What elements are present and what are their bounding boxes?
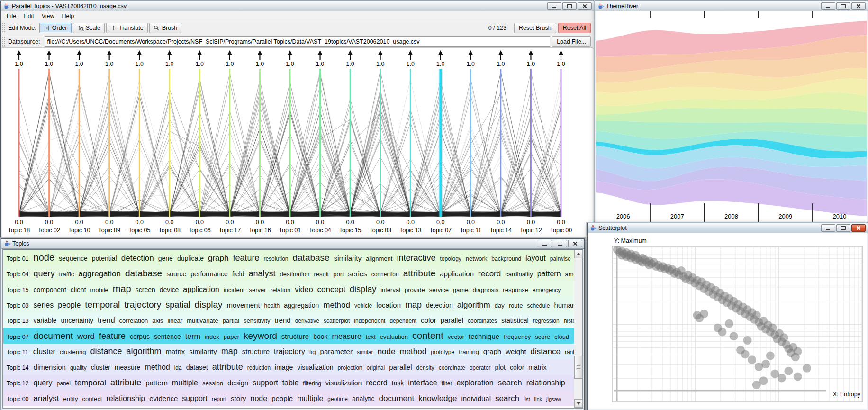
topic-word: resolution	[263, 255, 288, 262]
axis-topic-name: Topic 08	[158, 227, 181, 234]
axis-max-label: 1.0	[527, 61, 535, 67]
axis-up-arrow-icon	[258, 50, 262, 55]
themeriver-titlebar[interactable]: ThemeRiver	[595, 1, 868, 11]
topic-word: interval	[380, 286, 400, 293]
pc-axis-topic-18[interactable]: 1.00.0Topic 18	[8, 50, 30, 234]
topic-word: game	[453, 286, 469, 293]
topic-row-topic-13[interactable]: Topic 13variableuncertaintytrendcorrelat…	[3, 312, 574, 328]
maximize-icon[interactable]	[836, 224, 850, 232]
topic-row-topic-07[interactable]: Topic 07documentwordfeaturecorpussentenc…	[3, 328, 574, 344]
topic-row-topic-00[interactable]: Topic 00analystentitycontextrelationship…	[3, 391, 574, 406]
scroll-up-icon[interactable]	[574, 250, 583, 258]
topic-word: content	[412, 330, 443, 341]
topic-word: prototype	[431, 349, 454, 355]
edit-mode-label: Edit Mode:	[8, 25, 36, 31]
parallel-titlebar[interactable]: Parallel Topics - VAST20062010_usage.csv	[1, 1, 594, 11]
topic-word: image	[275, 364, 293, 371]
topic-word: search	[498, 378, 522, 387]
topic-word: map	[405, 300, 422, 310]
axis-max-label: 1.0	[467, 61, 475, 67]
topic-word: algorithm	[457, 301, 490, 310]
close-icon[interactable]	[851, 224, 866, 232]
topic-word: algorithm	[126, 346, 161, 356]
translate-mode-button[interactable]: Translate	[106, 23, 148, 33]
minimize-icon[interactable]	[538, 240, 552, 247]
topic-row-topic-04[interactable]: Topic 04querytrafficaggregationdatabases…	[3, 265, 574, 281]
reset-brush-button[interactable]: Reset Brush	[514, 23, 556, 33]
pc-axis-topic-06[interactable]: 1.00.0Topic 06	[189, 50, 211, 234]
topic-row-topic-03[interactable]: Topic 03seriespeopletemporaltrajectorysp…	[3, 297, 574, 312]
topics-titlebar[interactable]: Topics	[1, 239, 584, 249]
minimize-icon[interactable]	[547, 2, 561, 10]
topic-word: location	[376, 301, 401, 309]
close-icon[interactable]	[851, 2, 866, 10]
pc-axis-topic-07[interactable]: 1.00.0Topic 07	[429, 50, 452, 234]
axis-topic-name: Topic 18	[8, 227, 30, 234]
datasource-input[interactable]	[45, 36, 550, 47]
minimize-icon[interactable]	[821, 2, 835, 10]
topic-word: individual	[461, 394, 491, 402]
minimize-icon[interactable]	[821, 224, 835, 232]
pc-axis-topic-00[interactable]: 1.00.0Topic 00	[550, 50, 572, 234]
brush-mode-button[interactable]: Brush	[149, 23, 182, 33]
topic-word: query	[34, 379, 53, 387]
scale-mode-button[interactable]: Scale	[73, 23, 105, 33]
topic-word: axis	[152, 317, 163, 324]
axis-topic-name: Topic 10	[68, 227, 90, 234]
toolbar-grip[interactable]	[2, 23, 5, 33]
axis-max-label: 1.0	[45, 61, 53, 67]
parallel-coordinates-plot[interactable]: 1.00.0Topic 181.00.0Topic 021.00.0Topic …	[2, 47, 593, 239]
close-icon[interactable]	[568, 240, 582, 247]
topic-row-id: Topic 15	[7, 287, 29, 293]
maximize-icon[interactable]	[553, 240, 567, 247]
topic-word: temporal	[85, 300, 120, 310]
topic-word: relationship	[526, 379, 565, 387]
scroll-thumb[interactable]	[574, 356, 583, 379]
topic-row-id: Topic 01	[7, 255, 29, 262]
topic-word: network	[466, 255, 488, 262]
topic-word: statistical	[501, 317, 529, 324]
scatter-point	[794, 347, 802, 356]
menu-edit[interactable]: Edit	[20, 12, 38, 20]
topic-row-topic-11[interactable]: Topic 11clusterclusteringdistancealgorit…	[3, 344, 574, 359]
maximize-icon[interactable]	[836, 2, 850, 10]
topic-word: response	[503, 286, 528, 293]
scatter-plot-area[interactable]: Y: MaximumX: Entropy	[588, 233, 867, 409]
maximize-icon[interactable]	[562, 2, 577, 10]
themeriver-plot[interactable]: 20062007200820092010	[596, 11, 867, 222]
topic-row-topic-15[interactable]: Topic 15componentclientmobilemapscreende…	[3, 281, 574, 297]
scatter-point	[766, 351, 775, 360]
topic-word: series	[34, 301, 54, 309]
axis-up-arrow-icon	[559, 50, 563, 55]
toolbar-grip[interactable]	[2, 36, 5, 47]
pc-axis-topic-05[interactable]: 1.00.0Topic 05	[128, 50, 151, 234]
scatter-point	[730, 332, 738, 340]
topic-word: destination	[280, 271, 310, 278]
topic-word: database	[125, 268, 162, 278]
pc-axis-topic-17[interactable]: 1.00.0Topic 17	[219, 50, 241, 234]
topics-scrollbar[interactable]	[574, 250, 582, 408]
menu-file[interactable]: File	[3, 12, 20, 20]
topic-row-topic-12[interactable]: Topic 12querypaneltemporalattributepatte…	[3, 375, 574, 391]
axis-up-arrow-icon	[498, 50, 503, 55]
topic-word: topology	[440, 255, 461, 262]
topic-row-id: Topic 12	[7, 380, 29, 387]
topic-word: linear	[167, 317, 182, 324]
order-mode-button[interactable]: Order	[39, 23, 72, 33]
close-icon[interactable]	[578, 2, 592, 10]
axis-max-label: 1.0	[346, 61, 354, 67]
scatterplot-titlebar[interactable]: Scatterplot	[588, 223, 868, 233]
axis-up-arrow-icon	[438, 50, 443, 55]
topic-word: day	[495, 302, 505, 309]
scroll-down-icon[interactable]	[574, 399, 583, 408]
menu-view[interactable]: View	[38, 12, 58, 20]
axis-topic-name: Topic 11	[460, 227, 482, 234]
topic-word: amount	[565, 271, 574, 278]
reset-all-button[interactable]: Reset All	[558, 23, 591, 33]
load-file-button[interactable]: Load File...	[552, 36, 591, 47]
topic-row-topic-01[interactable]: Topic 01nodesequencepotentialdetectionge…	[3, 250, 574, 265]
topic-row-topic-14[interactable]: Topic 14dimensionqualityclustermeasureme…	[3, 359, 574, 375]
topic-word: document	[379, 394, 415, 403]
topic-word: jigsaw	[546, 396, 561, 402]
menu-help[interactable]: Help	[58, 12, 78, 20]
